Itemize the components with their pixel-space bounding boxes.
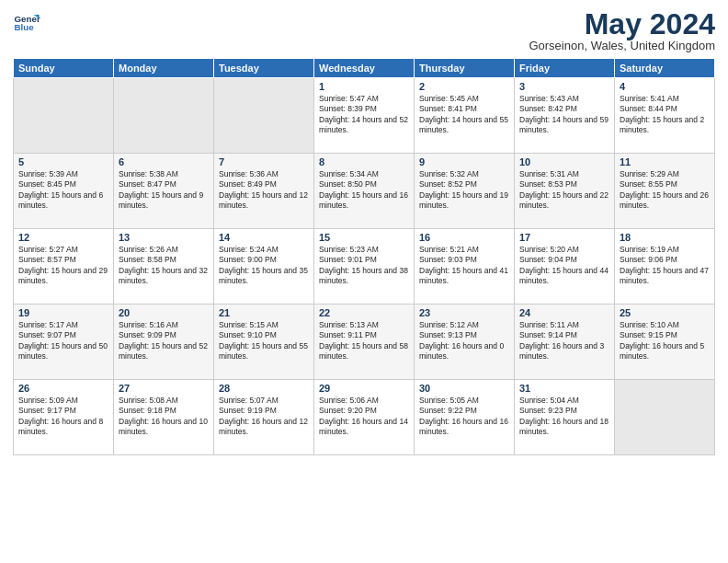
calendar-week-row-5: 26Sunrise: 5:09 AM Sunset: 9:17 PM Dayli… [14,380,715,455]
day-number: 22 [319,307,409,318]
day-number: 21 [219,307,309,318]
table-row: 4Sunrise: 5:41 AM Sunset: 8:44 PM Daylig… [615,78,715,154]
table-row: 20Sunrise: 5:16 AM Sunset: 9:09 PM Dayli… [114,304,214,380]
day-number: 16 [419,232,509,243]
day-number: 26 [18,383,108,394]
header-monday: Monday [114,59,214,78]
day-number: 1 [319,81,409,92]
day-info: Sunrise: 5:43 AM Sunset: 8:42 PM Dayligh… [519,94,609,136]
day-number: 8 [319,156,409,167]
table-row: 13Sunrise: 5:26 AM Sunset: 8:58 PM Dayli… [114,229,214,304]
day-info: Sunrise: 5:11 AM Sunset: 9:14 PM Dayligh… [519,320,609,362]
table-row: 7Sunrise: 5:36 AM Sunset: 8:49 PM Daylig… [214,154,314,229]
day-info: Sunrise: 5:07 AM Sunset: 9:19 PM Dayligh… [219,396,309,438]
calendar-week-row-2: 5Sunrise: 5:39 AM Sunset: 8:45 PM Daylig… [14,154,715,229]
day-info: Sunrise: 5:17 AM Sunset: 9:07 PM Dayligh… [18,320,108,362]
day-info: Sunrise: 5:32 AM Sunset: 8:52 PM Dayligh… [419,169,509,212]
day-number: 12 [18,232,108,243]
day-number: 29 [319,383,409,394]
table-row: 22Sunrise: 5:13 AM Sunset: 9:11 PM Dayli… [314,304,415,380]
table-row [615,380,715,455]
day-number: 3 [519,81,609,92]
calendar-header-row: Sunday Monday Tuesday Wednesday Thursday… [14,59,715,78]
table-row: 8Sunrise: 5:34 AM Sunset: 8:50 PM Daylig… [314,154,415,229]
day-number: 7 [219,156,309,167]
day-info: Sunrise: 5:45 AM Sunset: 8:41 PM Dayligh… [419,94,509,136]
day-number: 10 [519,156,609,167]
table-row [214,78,314,154]
day-number: 2 [419,81,509,92]
header-thursday: Thursday [415,59,515,78]
header-wednesday: Wednesday [314,59,415,78]
header-sunday: Sunday [14,59,114,78]
day-info: Sunrise: 5:08 AM Sunset: 9:18 PM Dayligh… [119,396,209,438]
calendar-table: Sunday Monday Tuesday Wednesday Thursday… [13,58,715,455]
header-saturday: Saturday [615,59,715,78]
day-info: Sunrise: 5:29 AM Sunset: 8:55 PM Dayligh… [620,169,710,212]
day-number: 14 [219,232,309,243]
day-number: 20 [119,307,209,318]
day-number: 31 [519,383,609,394]
table-row: 27Sunrise: 5:08 AM Sunset: 9:18 PM Dayli… [114,380,214,455]
day-info: Sunrise: 5:41 AM Sunset: 8:44 PM Dayligh… [620,94,710,136]
table-row: 9Sunrise: 5:32 AM Sunset: 8:52 PM Daylig… [415,154,515,229]
table-row: 6Sunrise: 5:38 AM Sunset: 8:47 PM Daylig… [114,154,214,229]
day-number: 9 [419,156,509,167]
day-info: Sunrise: 5:15 AM Sunset: 9:10 PM Dayligh… [219,320,309,362]
day-info: Sunrise: 5:13 AM Sunset: 9:11 PM Dayligh… [319,320,409,362]
day-number: 19 [18,307,108,318]
month-title: May 2024 [529,9,715,39]
day-number: 18 [620,232,710,243]
day-info: Sunrise: 5:10 AM Sunset: 9:15 PM Dayligh… [620,320,710,362]
table-row: 24Sunrise: 5:11 AM Sunset: 9:14 PM Dayli… [515,304,615,380]
day-info: Sunrise: 5:09 AM Sunset: 9:17 PM Dayligh… [18,396,108,438]
table-row: 25Sunrise: 5:10 AM Sunset: 9:15 PM Dayli… [615,304,715,380]
day-info: Sunrise: 5:05 AM Sunset: 9:22 PM Dayligh… [419,396,509,438]
day-info: Sunrise: 5:38 AM Sunset: 8:47 PM Dayligh… [119,169,209,212]
header-tuesday: Tuesday [214,59,314,78]
day-info: Sunrise: 5:19 AM Sunset: 9:06 PM Dayligh… [620,245,710,287]
table-row: 17Sunrise: 5:20 AM Sunset: 9:04 PM Dayli… [515,229,615,304]
location: Gorseinon, Wales, United Kingdom [529,39,715,52]
calendar-week-row-1: 1Sunrise: 5:47 AM Sunset: 8:39 PM Daylig… [14,78,715,154]
day-number: 6 [119,156,209,167]
day-info: Sunrise: 5:31 AM Sunset: 8:53 PM Dayligh… [519,169,609,212]
table-row [114,78,214,154]
day-number: 17 [519,232,609,243]
day-info: Sunrise: 5:20 AM Sunset: 9:04 PM Dayligh… [519,245,609,287]
table-row: 2Sunrise: 5:45 AM Sunset: 8:41 PM Daylig… [415,78,515,154]
logo: General Blue [13,9,40,37]
day-number: 5 [18,156,108,167]
day-info: Sunrise: 5:16 AM Sunset: 9:09 PM Dayligh… [119,320,209,362]
day-info: Sunrise: 5:12 AM Sunset: 9:13 PM Dayligh… [419,320,509,362]
table-row: 14Sunrise: 5:24 AM Sunset: 9:00 PM Dayli… [214,229,314,304]
day-number: 11 [620,156,710,167]
day-info: Sunrise: 5:36 AM Sunset: 8:49 PM Dayligh… [219,169,309,212]
day-number: 4 [620,81,710,92]
day-number: 24 [519,307,609,318]
day-info: Sunrise: 5:27 AM Sunset: 8:57 PM Dayligh… [18,245,108,287]
logo-icon: General Blue [13,9,40,37]
table-row: 21Sunrise: 5:15 AM Sunset: 9:10 PM Dayli… [214,304,314,380]
title-block: May 2024 Gorseinon, Wales, United Kingdo… [529,9,715,52]
day-info: Sunrise: 5:21 AM Sunset: 9:03 PM Dayligh… [419,245,509,287]
day-info: Sunrise: 5:04 AM Sunset: 9:23 PM Dayligh… [519,396,609,438]
day-info: Sunrise: 5:34 AM Sunset: 8:50 PM Dayligh… [319,169,409,212]
table-row: 18Sunrise: 5:19 AM Sunset: 9:06 PM Dayli… [615,229,715,304]
header: General Blue May 2024 Gorseinon, Wales, … [13,9,715,52]
day-info: Sunrise: 5:26 AM Sunset: 8:58 PM Dayligh… [119,245,209,287]
table-row: 15Sunrise: 5:23 AM Sunset: 9:01 PM Dayli… [314,229,415,304]
table-row: 16Sunrise: 5:21 AM Sunset: 9:03 PM Dayli… [415,229,515,304]
table-row: 19Sunrise: 5:17 AM Sunset: 9:07 PM Dayli… [14,304,114,380]
day-info: Sunrise: 5:24 AM Sunset: 9:00 PM Dayligh… [219,245,309,287]
table-row: 26Sunrise: 5:09 AM Sunset: 9:17 PM Dayli… [14,380,114,455]
table-row: 29Sunrise: 5:06 AM Sunset: 9:20 PM Dayli… [314,380,415,455]
day-number: 28 [219,383,309,394]
table-row: 1Sunrise: 5:47 AM Sunset: 8:39 PM Daylig… [314,78,415,154]
day-number: 30 [419,383,509,394]
day-number: 27 [119,383,209,394]
table-row: 3Sunrise: 5:43 AM Sunset: 8:42 PM Daylig… [515,78,615,154]
day-info: Sunrise: 5:23 AM Sunset: 9:01 PM Dayligh… [319,245,409,287]
day-info: Sunrise: 5:06 AM Sunset: 9:20 PM Dayligh… [319,396,409,438]
calendar-week-row-3: 12Sunrise: 5:27 AM Sunset: 8:57 PM Dayli… [14,229,715,304]
